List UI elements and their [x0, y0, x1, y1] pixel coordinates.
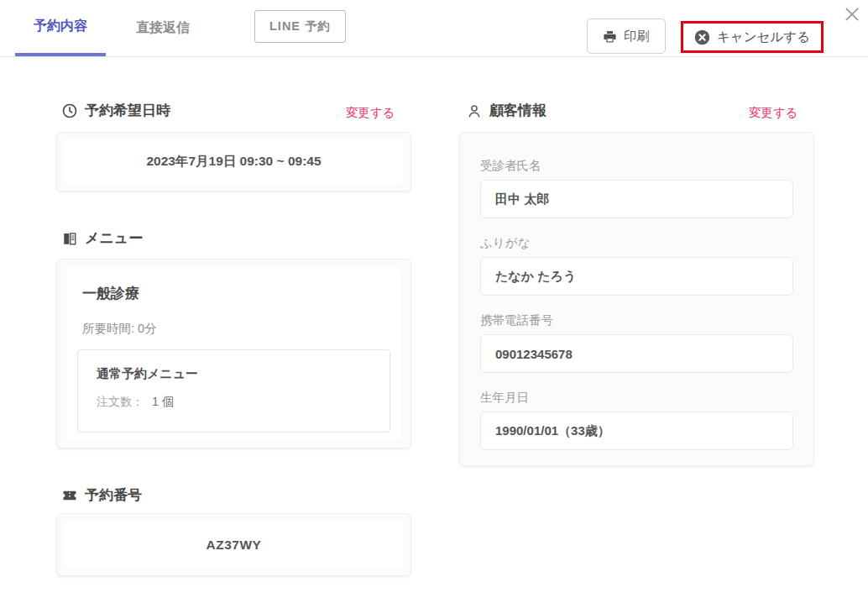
field-value: 田中 太郎 [480, 180, 793, 218]
field-value: 09012345678 [480, 334, 793, 373]
reservation-number-value: AZ37WY [64, 521, 404, 569]
ticket-icon [62, 488, 77, 503]
clock-icon [62, 103, 77, 118]
tab-reservation-content[interactable]: 予約内容 [15, 0, 106, 56]
print-button[interactable]: 印刷 [587, 18, 666, 54]
order-count-label: 注文数： [97, 395, 144, 408]
number-section-title: 予約番号 [85, 485, 142, 505]
submenu-box: 通常予約メニュー 注文数： 1 個 [77, 349, 390, 433]
reservation-detail-modal: 予約内容 直接返信 LINE 予約 印刷 キャンセルする [0, 0, 868, 598]
print-button-label: 印刷 [624, 28, 650, 45]
number-card: AZ37WY [56, 513, 411, 576]
field-label: ふりがな [480, 235, 793, 251]
menu-panel: 一般診療 所要時間: 0分 通常予約メニュー 注文数： 1 個 [66, 267, 401, 440]
cancel-button-label: キャンセルする [717, 29, 810, 46]
menu-section-title: メニュー [85, 228, 143, 248]
cancel-reservation-button[interactable]: キャンセルする [681, 21, 824, 53]
field-label: 携帯電話番号 [480, 312, 793, 328]
x-circle-icon [694, 29, 710, 45]
number-section-header: 予約番号 [62, 485, 142, 505]
customer-card: 受診者氏名 田中 太郎 ふりがな たなか たろう 携帯電話番号 09012345… [459, 132, 814, 466]
submenu-name: 通常予約メニュー [97, 366, 371, 382]
person-icon [467, 103, 482, 118]
field-mobile-phone: 携帯電話番号 09012345678 [480, 312, 793, 373]
order-count: 注文数： 1 個 [97, 394, 371, 410]
tab-direct-reply[interactable]: 直接返信 [118, 0, 208, 56]
line-reservation-button[interactable]: LINE 予約 [254, 10, 346, 43]
close-icon[interactable] [844, 6, 860, 23]
datetime-value: 2023年7月19日 09:30 ~ 09:45 [64, 139, 404, 184]
field-value: 1990/01/01（33歳） [480, 412, 793, 450]
tab-bar: 予約内容 直接返信 LINE 予約 印刷 キャンセルする [0, 0, 868, 57]
field-label: 生年月日 [480, 390, 793, 406]
datetime-section-title: 予約希望日時 [85, 101, 170, 120]
datetime-card: 2023年7月19日 09:30 ~ 09:45 [56, 132, 411, 191]
field-value: たなか たろう [480, 257, 793, 296]
printer-icon [603, 29, 617, 44]
field-label: 受診者氏名 [480, 158, 793, 174]
customer-section-header: 顧客情報 [467, 101, 546, 120]
change-customer-link[interactable]: 変更する [749, 105, 798, 121]
menu-duration: 所要時間: 0分 [82, 321, 390, 337]
menu-card: 一般診療 所要時間: 0分 通常予約メニュー 注文数： 1 個 [56, 259, 411, 448]
field-furigana: ふりがな たなか たろう [480, 235, 793, 296]
order-count-value: 1 個 [152, 395, 175, 408]
menu-section-header: メニュー [62, 228, 143, 248]
field-patient-name: 受診者氏名 田中 太郎 [480, 158, 793, 218]
book-icon [62, 231, 77, 246]
change-datetime-link[interactable]: 変更する [346, 105, 395, 121]
tabbar-spacer [346, 0, 587, 56]
field-birthdate: 生年月日 1990/01/01（33歳） [480, 390, 793, 450]
menu-item-name: 一般診療 [82, 284, 390, 303]
customer-section-title: 顧客情報 [489, 101, 546, 120]
datetime-section-header: 予約希望日時 [62, 101, 170, 120]
